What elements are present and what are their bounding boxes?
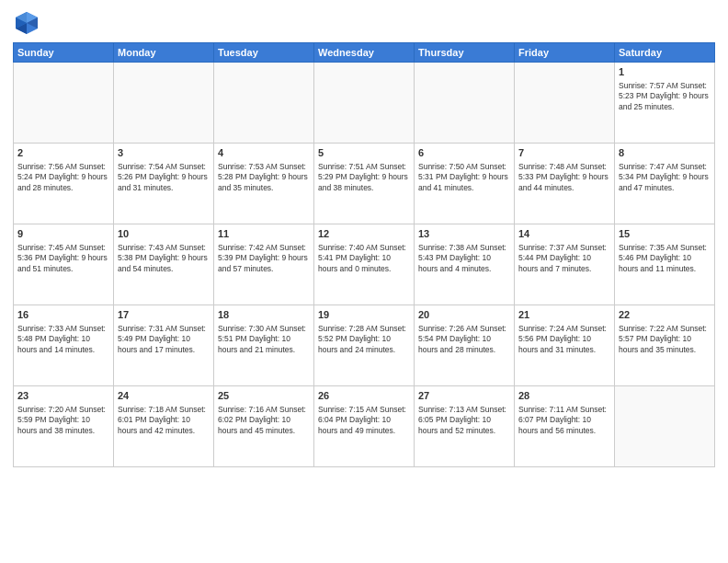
day-cell: 25Sunrise: 7:16 AM Sunset: 6:02 PM Dayli… [214, 386, 314, 467]
day-cell [515, 63, 615, 144]
day-cell [314, 63, 415, 144]
day-cell: 2Sunrise: 7:56 AM Sunset: 5:24 PM Daylig… [14, 144, 114, 224]
day-cell: 17Sunrise: 7:31 AM Sunset: 5:49 PM Dayli… [114, 305, 214, 386]
weekday-header-wednesday: Wednesday [314, 43, 415, 63]
day-info: Sunrise: 7:56 AM Sunset: 5:24 PM Dayligh… [17, 162, 109, 193]
day-info: Sunrise: 7:33 AM Sunset: 5:48 PM Dayligh… [17, 324, 109, 355]
day-cell [114, 63, 214, 144]
day-cell: 8Sunrise: 7:47 AM Sunset: 5:34 PM Daylig… [615, 144, 715, 224]
weekday-header-thursday: Thursday [415, 43, 515, 63]
day-number: 3 [118, 146, 210, 160]
day-number: 28 [518, 389, 610, 403]
day-number: 7 [518, 146, 610, 160]
day-info: Sunrise: 7:47 AM Sunset: 5:34 PM Dayligh… [619, 162, 711, 193]
day-cell: 14Sunrise: 7:37 AM Sunset: 5:44 PM Dayli… [515, 224, 615, 305]
day-number: 4 [218, 146, 310, 160]
day-info: Sunrise: 7:43 AM Sunset: 5:38 PM Dayligh… [118, 243, 210, 274]
day-cell [214, 63, 314, 144]
calendar: SundayMondayTuesdayWednesdayThursdayFrid… [13, 42, 715, 467]
day-cell [14, 63, 114, 144]
day-number: 16 [17, 308, 109, 322]
day-cell: 28Sunrise: 7:11 AM Sunset: 6:07 PM Dayli… [515, 386, 615, 467]
day-number: 12 [318, 227, 410, 241]
day-cell: 9Sunrise: 7:45 AM Sunset: 5:36 PM Daylig… [14, 224, 114, 305]
week-row-1: 2Sunrise: 7:56 AM Sunset: 5:24 PM Daylig… [14, 144, 715, 224]
day-cell: 18Sunrise: 7:30 AM Sunset: 5:51 PM Dayli… [214, 305, 314, 386]
day-cell: 7Sunrise: 7:48 AM Sunset: 5:33 PM Daylig… [515, 144, 615, 224]
day-number: 22 [619, 308, 711, 322]
day-cell: 22Sunrise: 7:22 AM Sunset: 5:57 PM Dayli… [615, 305, 715, 386]
week-row-0: 1Sunrise: 7:57 AM Sunset: 5:23 PM Daylig… [14, 63, 715, 144]
day-info: Sunrise: 7:11 AM Sunset: 6:07 PM Dayligh… [518, 405, 610, 436]
weekday-header-monday: Monday [114, 43, 214, 63]
day-number: 6 [418, 146, 510, 160]
day-info: Sunrise: 7:13 AM Sunset: 6:05 PM Dayligh… [418, 405, 510, 436]
day-info: Sunrise: 7:54 AM Sunset: 5:26 PM Dayligh… [118, 162, 210, 193]
day-number: 1 [619, 65, 711, 79]
day-info: Sunrise: 7:37 AM Sunset: 5:44 PM Dayligh… [518, 243, 610, 274]
day-cell: 4Sunrise: 7:53 AM Sunset: 5:28 PM Daylig… [214, 144, 314, 224]
day-info: Sunrise: 7:35 AM Sunset: 5:46 PM Dayligh… [619, 243, 711, 274]
day-cell: 3Sunrise: 7:54 AM Sunset: 5:26 PM Daylig… [114, 144, 214, 224]
day-cell [415, 63, 515, 144]
day-number: 5 [318, 146, 410, 160]
page: SundayMondayTuesdayWednesdayThursdayFrid… [0, 0, 728, 563]
day-cell: 21Sunrise: 7:24 AM Sunset: 5:56 PM Dayli… [515, 305, 615, 386]
day-number: 10 [118, 227, 210, 241]
day-info: Sunrise: 7:42 AM Sunset: 5:39 PM Dayligh… [218, 243, 310, 274]
day-number: 19 [318, 308, 410, 322]
day-cell: 20Sunrise: 7:26 AM Sunset: 5:54 PM Dayli… [415, 305, 515, 386]
day-info: Sunrise: 7:45 AM Sunset: 5:36 PM Dayligh… [17, 243, 109, 274]
day-number: 21 [518, 308, 610, 322]
day-cell: 11Sunrise: 7:42 AM Sunset: 5:39 PM Dayli… [214, 224, 314, 305]
logo-icon [13, 9, 40, 37]
day-info: Sunrise: 7:28 AM Sunset: 5:52 PM Dayligh… [318, 324, 410, 355]
day-cell: 15Sunrise: 7:35 AM Sunset: 5:46 PM Dayli… [615, 224, 715, 305]
weekday-header-saturday: Saturday [615, 43, 715, 63]
weekday-header-friday: Friday [515, 43, 615, 63]
day-number: 27 [418, 389, 510, 403]
day-cell: 16Sunrise: 7:33 AM Sunset: 5:48 PM Dayli… [14, 305, 114, 386]
day-number: 17 [118, 308, 210, 322]
day-cell: 26Sunrise: 7:15 AM Sunset: 6:04 PM Dayli… [314, 386, 415, 467]
day-cell: 10Sunrise: 7:43 AM Sunset: 5:38 PM Dayli… [114, 224, 214, 305]
day-info: Sunrise: 7:18 AM Sunset: 6:01 PM Dayligh… [118, 405, 210, 436]
day-info: Sunrise: 7:50 AM Sunset: 5:31 PM Dayligh… [418, 162, 510, 193]
day-number: 20 [418, 308, 510, 322]
day-number: 26 [318, 389, 410, 403]
day-info: Sunrise: 7:30 AM Sunset: 5:51 PM Dayligh… [218, 324, 310, 355]
day-number: 13 [418, 227, 510, 241]
day-number: 11 [218, 227, 310, 241]
week-row-4: 23Sunrise: 7:20 AM Sunset: 5:59 PM Dayli… [14, 386, 715, 467]
day-number: 23 [17, 389, 109, 403]
day-info: Sunrise: 7:40 AM Sunset: 5:41 PM Dayligh… [318, 243, 410, 274]
day-cell: 23Sunrise: 7:20 AM Sunset: 5:59 PM Dayli… [14, 386, 114, 467]
day-number: 14 [518, 227, 610, 241]
day-number: 25 [218, 389, 310, 403]
day-number: 24 [118, 389, 210, 403]
day-cell: 5Sunrise: 7:51 AM Sunset: 5:29 PM Daylig… [314, 144, 415, 224]
day-cell: 12Sunrise: 7:40 AM Sunset: 5:41 PM Dayli… [314, 224, 415, 305]
day-number: 2 [17, 146, 109, 160]
week-row-3: 16Sunrise: 7:33 AM Sunset: 5:48 PM Dayli… [14, 305, 715, 386]
day-info: Sunrise: 7:15 AM Sunset: 6:04 PM Dayligh… [318, 405, 410, 436]
day-cell: 19Sunrise: 7:28 AM Sunset: 5:52 PM Dayli… [314, 305, 415, 386]
logo [13, 9, 44, 37]
day-info: Sunrise: 7:51 AM Sunset: 5:29 PM Dayligh… [318, 162, 410, 193]
day-info: Sunrise: 7:48 AM Sunset: 5:33 PM Dayligh… [518, 162, 610, 193]
day-number: 15 [619, 227, 711, 241]
day-info: Sunrise: 7:38 AM Sunset: 5:43 PM Dayligh… [418, 243, 510, 274]
day-cell: 13Sunrise: 7:38 AM Sunset: 5:43 PM Dayli… [415, 224, 515, 305]
header [13, 9, 715, 37]
day-info: Sunrise: 7:57 AM Sunset: 5:23 PM Dayligh… [619, 81, 711, 112]
day-cell: 6Sunrise: 7:50 AM Sunset: 5:31 PM Daylig… [415, 144, 515, 224]
day-info: Sunrise: 7:22 AM Sunset: 5:57 PM Dayligh… [619, 324, 711, 355]
day-cell: 24Sunrise: 7:18 AM Sunset: 6:01 PM Dayli… [114, 386, 214, 467]
day-info: Sunrise: 7:31 AM Sunset: 5:49 PM Dayligh… [118, 324, 210, 355]
day-info: Sunrise: 7:20 AM Sunset: 5:59 PM Dayligh… [17, 405, 109, 436]
weekday-header-tuesday: Tuesday [214, 43, 314, 63]
week-row-2: 9Sunrise: 7:45 AM Sunset: 5:36 PM Daylig… [14, 224, 715, 305]
day-info: Sunrise: 7:16 AM Sunset: 6:02 PM Dayligh… [218, 405, 310, 436]
day-number: 9 [17, 227, 109, 241]
day-number: 18 [218, 308, 310, 322]
